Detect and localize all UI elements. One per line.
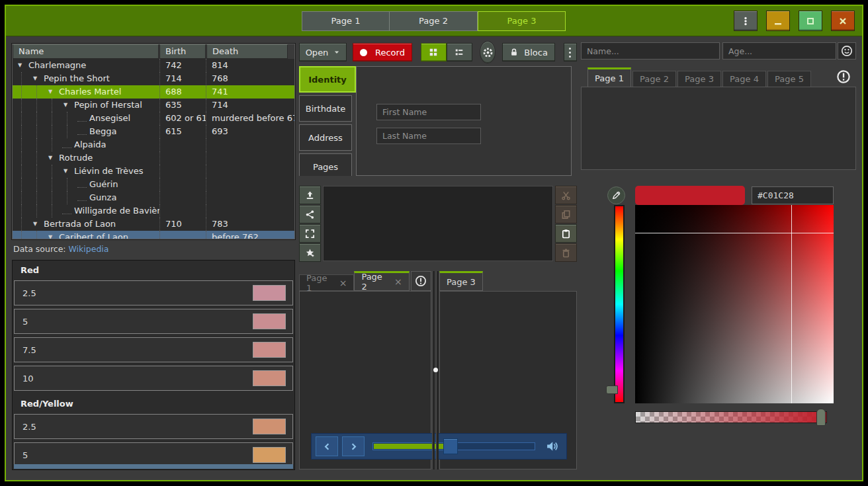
- tree-cell-birth: [159, 178, 206, 191]
- tree-cell-death: [206, 138, 294, 151]
- hue-slider[interactable]: [614, 205, 625, 403]
- tab-page-2[interactable]: Page 2: [632, 71, 676, 87]
- tree-cell-death: 768: [206, 72, 294, 85]
- minimize-button[interactable]: [766, 11, 790, 31]
- delete-button[interactable]: [555, 243, 577, 262]
- tree-column-header-name[interactable]: Name: [13, 44, 159, 59]
- tab-label: Page 2: [361, 272, 389, 292]
- tree-row[interactable]: ▼Caribert of Laonbefore 762: [13, 231, 294, 239]
- tab-pages[interactable]: Pages: [299, 153, 352, 176]
- tab-alert-button[interactable]: [411, 271, 431, 291]
- slider-handle[interactable]: [443, 438, 458, 454]
- close-button[interactable]: [831, 11, 855, 31]
- tree-row[interactable]: ▼Rotrude: [13, 151, 294, 165]
- tree-row[interactable]: ▼Charles Martel688741: [13, 85, 294, 99]
- hue-handle[interactable]: [606, 385, 618, 394]
- palette-item[interactable]: 5: [14, 309, 293, 334]
- tree-row[interactable]: ▼Liévin de Trèves: [13, 165, 294, 178]
- wikipedia-link[interactable]: Wikipedia: [69, 244, 109, 254]
- tree-cell-name: ▼Caribert of Laon: [13, 231, 159, 239]
- saturation-value-square[interactable]: [635, 205, 834, 403]
- tab-birthdate[interactable]: Birthdate: [299, 95, 352, 122]
- palette-item[interactable]: 2.5: [14, 414, 293, 439]
- tree-row[interactable]: ▼Pepin the Short714768: [13, 72, 294, 85]
- tree-cell-birth: 714: [159, 72, 206, 85]
- expander-icon[interactable]: ▼: [48, 231, 59, 239]
- tab-page-4[interactable]: Page 4: [722, 71, 766, 87]
- close-tab-icon[interactable]: ×: [394, 276, 402, 287]
- lock-button[interactable]: Bloca: [502, 43, 555, 61]
- open-button[interactable]: Open: [299, 43, 347, 61]
- tab-identity[interactable]: Identity: [299, 66, 356, 93]
- tree-cell-birth: [159, 138, 206, 151]
- tree-column-header-death[interactable]: Death: [206, 44, 288, 59]
- tree-row[interactable]: Begga615693: [13, 125, 294, 138]
- expander-icon[interactable]: ▼: [64, 165, 74, 178]
- settings-button[interactable]: [480, 41, 496, 63]
- title-tab-page-2[interactable]: Page 2: [390, 11, 478, 31]
- cut-button[interactable]: [555, 186, 577, 204]
- tab-page-5[interactable]: Page 5: [767, 71, 811, 87]
- copy-button[interactable]: [555, 205, 577, 223]
- tree-column-header-birth[interactable]: Birth: [159, 44, 206, 59]
- tab-page-2[interactable]: Page 2×: [354, 271, 409, 291]
- name-input[interactable]: [581, 42, 720, 60]
- first-name-field[interactable]: [376, 104, 481, 120]
- age-input[interactable]: [722, 42, 836, 60]
- expander-icon[interactable]: ▼: [18, 59, 28, 72]
- emoji-button[interactable]: [838, 42, 856, 60]
- tab-page-1[interactable]: Page 1×: [299, 274, 354, 291]
- grid-icon: [429, 48, 438, 57]
- list-view-button[interactable]: [447, 43, 472, 61]
- tree-body: ▼Charlemagne742814▼Pepin the Short714768…: [13, 59, 294, 239]
- tree-row[interactable]: Guérin: [13, 178, 294, 191]
- identity-form-widget: IdentityBirthdateAddressPages: [299, 66, 572, 176]
- palette-item[interactable]: 10: [14, 366, 293, 391]
- fullscreen-button[interactable]: [299, 224, 321, 243]
- expander-icon[interactable]: ▼: [33, 218, 44, 231]
- toolbar-menu-button[interactable]: [564, 43, 577, 61]
- tab-address[interactable]: Address: [299, 124, 352, 151]
- tree-row[interactable]: Alpaida: [13, 138, 294, 151]
- tree-row[interactable]: Ansegisel602 or 610murdered before 679: [13, 112, 294, 125]
- pages-alert-icon[interactable]: [836, 69, 851, 84]
- share-button[interactable]: [299, 205, 321, 223]
- tree-row[interactable]: ▼Pepin of Herstal635714: [13, 99, 294, 112]
- splitter-handle-dot[interactable]: [433, 368, 438, 372]
- record-button[interactable]: Record: [353, 43, 412, 61]
- eyedropper-button[interactable]: [607, 186, 625, 204]
- speaker-icon[interactable]: [545, 440, 558, 453]
- title-tab-page-1[interactable]: Page 1: [302, 11, 390, 31]
- hex-input[interactable]: [752, 186, 834, 204]
- maximize-button[interactable]: [799, 11, 822, 31]
- close-tab-icon[interactable]: ×: [339, 278, 347, 288]
- alpha-handle[interactable]: [816, 409, 826, 426]
- expander-icon[interactable]: ▼: [64, 99, 74, 112]
- palette-item[interactable]: 2.5: [14, 280, 293, 305]
- menu-button[interactable]: [734, 11, 758, 31]
- grid-view-button[interactable]: [421, 43, 447, 61]
- progress-slider[interactable]: [372, 442, 535, 450]
- expander-icon[interactable]: ▼: [33, 72, 44, 85]
- tree-row[interactable]: ▼Bertrada of Laon710783: [13, 218, 294, 231]
- next-button[interactable]: [342, 436, 365, 456]
- tree-row[interactable]: ▼Charlemagne742814: [13, 59, 294, 72]
- previous-button[interactable]: [316, 436, 338, 456]
- expander-icon[interactable]: ▼: [48, 85, 59, 99]
- paste-button[interactable]: [555, 224, 577, 243]
- tab-page-3[interactable]: Page 3: [439, 271, 483, 291]
- upload-button[interactable]: [299, 186, 321, 204]
- alpha-slider[interactable]: [635, 411, 827, 423]
- expander-icon[interactable]: ▼: [48, 151, 59, 165]
- tab-page-3[interactable]: Page 3: [677, 71, 721, 87]
- tree-row[interactable]: Gunza: [13, 191, 294, 204]
- last-name-field[interactable]: [376, 128, 481, 144]
- tree-row[interactable]: Willigarde de Bavière: [13, 204, 294, 218]
- title-tab-page-3[interactable]: Page 3: [478, 11, 566, 31]
- palette-item[interactable]: 7.5: [14, 337, 293, 362]
- doc-tabs-right: Page 3: [439, 271, 483, 291]
- star-new-button[interactable]: [299, 243, 321, 262]
- horizontal-scrollbar[interactable]: [14, 464, 293, 469]
- tree-cell-name: ▼Charles Martel: [13, 85, 159, 99]
- tab-page-1[interactable]: Page 1: [587, 67, 631, 87]
